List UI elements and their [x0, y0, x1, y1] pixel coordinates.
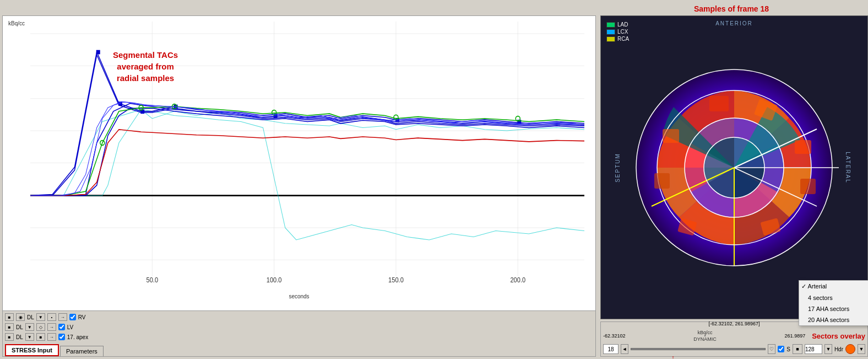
more-btn[interactable]: ▼: [858, 344, 865, 354]
chart-controls: ■ ◉ DL ▼ • → RV ■ DL ▼ ◇ →: [3, 310, 595, 343]
content-area: kBq/cc Segmental TACs averaged from radi…: [0, 0, 868, 359]
frame-controls-row: ◄ ♡ S ■ ▼ Hdr ▼ ↑ Frame s: [603, 344, 865, 354]
tab-stress-input[interactable]: STRESS Input: [5, 344, 59, 356]
apex-arrow2-btn[interactable]: →: [47, 333, 56, 341]
y-axis-label: kBq/cc: [8, 20, 25, 26]
svg-rect-53: [663, 129, 679, 143]
lcx-label: LCX: [617, 29, 628, 35]
polar-map-svg: [630, 63, 839, 272]
svg-rect-24: [96, 50, 100, 55]
control-row-apex: ■ DL ▼ ■ → 17. apex: [5, 332, 593, 342]
legend-item-rca: RCA: [606, 36, 629, 42]
lad-label: LAD: [617, 22, 628, 28]
legend-item-lad: LAD: [606, 22, 629, 28]
rv-checkbox[interactable]: [69, 314, 76, 320]
heart-btn[interactable]: ♡: [768, 344, 775, 354]
lad-color: [606, 22, 615, 28]
lcx-color: [606, 29, 615, 35]
lateral-label: LATERAL: [845, 152, 851, 184]
polar-map-container: ANTERIOR LATERAL SEPTUM LAD LCX RCA: [600, 15, 868, 319]
legend-item-lcx: LCX: [606, 29, 629, 35]
svg-text:200.0: 200.0: [510, 277, 525, 284]
apex-label: 17. apex: [67, 334, 88, 340]
tab-parameters[interactable]: Parameters: [60, 346, 104, 356]
sectors-overlay-btn[interactable]: [845, 344, 855, 354]
control-row-rv: ■ ◉ DL ▼ • → RV: [5, 312, 593, 322]
svg-text:150.0: 150.0: [388, 277, 404, 284]
dropdown-item-17aha[interactable]: 17 AHA sectors: [799, 303, 868, 314]
apex-arrow-btn[interactable]: ▼: [25, 333, 34, 341]
colorbar-min: -62.32102: [603, 333, 626, 339]
apex-mode-label: DL: [16, 334, 23, 340]
s-label: S: [786, 346, 790, 352]
rv-label: RV: [78, 314, 86, 320]
colorbar-range: [-62.32102, 261.98967]: [708, 321, 760, 326]
legend-box: LAD LCX RCA: [606, 22, 629, 42]
hdr-label: Hdr: [834, 346, 843, 352]
rv-arrow-btn[interactable]: ▼: [36, 313, 45, 321]
dropdown-item-20aha[interactable]: 20 AHA sectors: [799, 314, 868, 325]
svg-rect-54: [709, 96, 729, 111]
colorbar-max: 261.9897: [785, 333, 806, 339]
lv-mode-label: DL: [16, 324, 23, 330]
dropdown-item-4sectors[interactable]: 4 sectors: [799, 292, 868, 303]
rca-label: RCA: [617, 36, 629, 42]
display-mode-btn[interactable]: ■: [793, 344, 802, 354]
frame-number-input[interactable]: [603, 344, 619, 354]
lv-dot-btn[interactable]: ◇: [36, 323, 45, 331]
frame-prev-btn[interactable]: ◄: [621, 344, 628, 354]
bottom-controls: [-62.32102, 261.98967] -62.32102 kBq/cc …: [600, 322, 868, 357]
frame-slider[interactable]: [631, 348, 766, 350]
size-input[interactable]: [805, 344, 822, 354]
rv-mode-label: DL: [27, 314, 34, 320]
rv-mode-btn[interactable]: ■: [5, 313, 14, 321]
lv-checkbox[interactable]: [58, 324, 65, 330]
frame-selection-annotation: ↑ Frame selection: [650, 354, 696, 359]
sectors-overlay-label: Sectors overlay: [812, 332, 865, 340]
apex-square-btn[interactable]: ■: [36, 333, 45, 341]
tabs-row: STRESS Input Parameters: [3, 343, 595, 356]
colorbar-mode: DYNAMIC: [693, 336, 717, 342]
lv-arrow2-btn[interactable]: →: [47, 323, 56, 331]
lv-arrow-btn[interactable]: ▼: [25, 323, 34, 331]
lv-mode-btn[interactable]: ■: [5, 323, 14, 331]
svg-rect-48: [795, 140, 811, 154]
colorbar-unit: kBq/cc: [698, 330, 713, 335]
rca-color: [606, 36, 615, 42]
chart-annotation: Segmental TACs averaged from radial samp…: [113, 49, 178, 84]
x-axis-label: seconds: [289, 293, 309, 299]
dropdown-item-arterial[interactable]: Arterial: [799, 281, 868, 292]
svg-rect-52: [654, 173, 670, 189]
anterior-label: ANTERIOR: [715, 20, 753, 26]
apex-checkbox[interactable]: [58, 334, 65, 340]
dropdown-menu: Arterial 4 sectors 17 AHA sectors 20 AHA…: [799, 280, 868, 326]
svg-text:50.0: 50.0: [147, 277, 159, 284]
apex-mode-btn[interactable]: ■: [5, 333, 14, 341]
svg-text:100.0: 100.0: [267, 277, 282, 284]
control-row-lv: ■ DL ▼ ◇ → LV: [5, 322, 593, 332]
lv-label: LV: [67, 324, 74, 330]
main-container: Samples of frame 18 kBq/cc Segmental TAC…: [0, 0, 868, 359]
size-dropdown-btn[interactable]: ▼: [824, 344, 832, 354]
svg-rect-49: [800, 179, 816, 194]
right-panel: ANTERIOR LATERAL SEPTUM LAD LCX RCA: [598, 0, 868, 359]
chart-area: kBq/cc Segmental TACs averaged from radi…: [3, 16, 595, 310]
rv-arrow2-btn[interactable]: →: [58, 313, 67, 321]
rv-cam-btn[interactable]: ◉: [16, 313, 25, 321]
s-checkbox[interactable]: [778, 346, 784, 352]
septum-label: SEPTUM: [615, 153, 621, 183]
rv-dot-btn[interactable]: •: [47, 313, 56, 321]
